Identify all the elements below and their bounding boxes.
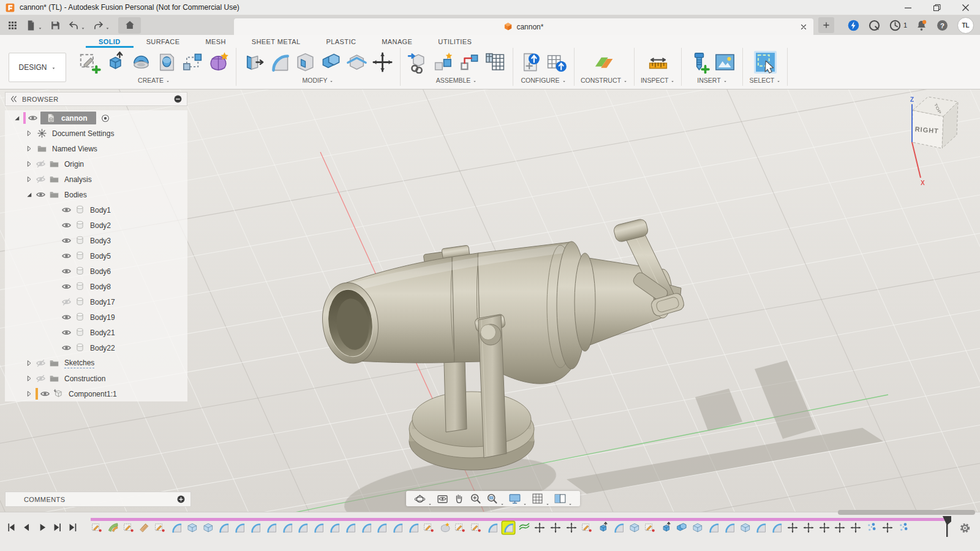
timeline-feature-zigzag[interactable] [518, 522, 530, 534]
hole-button[interactable] [156, 51, 178, 74]
timeline-feature-fillet[interactable] [249, 522, 262, 534]
create-sketch-button[interactable] [78, 51, 101, 74]
chevron-down-icon[interactable] [500, 498, 505, 503]
timeline-feature-fillet[interactable] [391, 522, 404, 534]
timeline-feature-box[interactable] [186, 522, 198, 534]
browser-row-body17[interactable]: Body17 [5, 294, 187, 310]
group-label-create[interactable]: CREATE [138, 77, 170, 86]
timeline-feature-fillet[interactable] [170, 522, 183, 534]
go-to-start-button[interactable] [6, 522, 17, 533]
timeline-feature-extrude[interactable] [660, 522, 673, 534]
timeline-feature-fillet[interactable] [281, 522, 293, 534]
collapsed-triangle-icon[interactable] [24, 389, 34, 398]
visibility-eye-off-icon[interactable] [36, 174, 46, 184]
timeline-feature-fillet[interactable] [407, 522, 420, 534]
visibility-eye-icon[interactable] [61, 251, 72, 261]
timeline-feature-sketch[interactable] [454, 522, 467, 534]
avatar[interactable]: TL [957, 17, 974, 34]
timeline-feature-loft[interactable] [107, 522, 119, 534]
extrude-button[interactable] [104, 51, 127, 74]
home-button[interactable] [118, 17, 141, 34]
tab-plastic[interactable]: PLASTIC [314, 38, 369, 48]
timeline-feature-fillet[interactable] [723, 522, 736, 534]
timeline-feature-sketch[interactable] [154, 522, 167, 534]
browser-row-body21[interactable]: Body21 [5, 325, 187, 340]
pan-icon[interactable] [453, 492, 466, 505]
create-form-button[interactable] [207, 51, 230, 74]
timeline-feature-fillet[interactable] [612, 522, 625, 534]
chevron-down-icon[interactable] [545, 498, 550, 503]
timeline-feature-extrude[interactable] [597, 522, 609, 534]
browser-row-document-settings[interactable]: Document Settings [5, 126, 187, 141]
viewports-icon[interactable] [554, 492, 567, 505]
timeline-feature-move[interactable] [533, 522, 546, 534]
timeline-feature-sketch[interactable] [91, 522, 104, 534]
job-status-icon[interactable] [889, 19, 902, 32]
expand-comments-icon[interactable] [176, 495, 186, 504]
visibility-eye-off-icon[interactable] [36, 358, 46, 368]
collapsed-triangle-icon[interactable] [24, 144, 34, 153]
zoom-icon[interactable] [469, 492, 482, 505]
group-label-configure[interactable]: CONFIGURE [521, 77, 567, 86]
insert-fastener-button[interactable] [688, 51, 710, 74]
timeline-feature-box[interactable] [202, 522, 214, 534]
expanded-triangle-icon[interactable] [12, 113, 21, 123]
collapse-panel-icon[interactable] [9, 94, 18, 104]
step-back-button[interactable] [21, 522, 32, 533]
minimize-browser-icon[interactable] [173, 94, 183, 104]
timeline-feature-fillet[interactable] [217, 522, 230, 534]
visibility-eye-icon[interactable] [61, 312, 72, 322]
insert-canvas-button[interactable] [714, 51, 736, 74]
group-label-assemble[interactable]: ASSEMBLE [436, 77, 478, 86]
chevron-down-icon[interactable] [105, 23, 110, 28]
as-built-joint-button[interactable] [458, 51, 481, 74]
timeline-feature-sketch[interactable] [644, 522, 657, 534]
measure-button[interactable] [647, 51, 669, 74]
chevron-down-icon[interactable] [80, 23, 86, 28]
browser-row-body6[interactable]: Body6 [5, 264, 187, 279]
browser-row-body1[interactable]: Body1 [5, 202, 187, 218]
browser-row-bodies[interactable]: Bodies [5, 187, 187, 202]
extensions-icon[interactable] [847, 19, 860, 32]
timeline-feature-move[interactable] [565, 522, 578, 534]
timeline-feature-fillet[interactable] [312, 522, 325, 534]
visibility-eye-icon[interactable] [61, 281, 72, 292]
shell-button[interactable] [294, 51, 317, 74]
minimize-button[interactable] [894, 0, 922, 15]
timeline-feature-pattern[interactable] [865, 522, 878, 534]
collapsed-triangle-icon[interactable] [24, 374, 34, 383]
visibility-eye-off-icon[interactable] [61, 297, 72, 307]
redo-icon[interactable] [92, 20, 104, 31]
select-button[interactable] [754, 51, 777, 74]
timeline-feature-sketch[interactable] [423, 522, 435, 534]
browser-row-named-views[interactable]: Named Views [5, 141, 187, 156]
timeline-feature-fillet[interactable] [771, 522, 783, 534]
timeline-settings-gear-icon[interactable] [959, 522, 971, 534]
browser-row-sketches[interactable]: Sketches [5, 355, 187, 371]
chevron-down-icon[interactable] [37, 23, 43, 28]
timeline-feature-form[interactable] [439, 522, 451, 534]
look-at-icon[interactable] [436, 492, 449, 505]
timeline-feature-fillet[interactable] [375, 522, 388, 534]
document-tab[interactable]: cannon* [234, 18, 813, 35]
tab-mesh[interactable]: MESH [192, 38, 238, 48]
timeline-position-marker[interactable] [941, 515, 952, 540]
fit-icon[interactable] [486, 492, 499, 505]
go-to-end-button[interactable] [67, 522, 78, 533]
configuration-table-button[interactable] [545, 51, 568, 74]
visibility-eye-icon[interactable] [61, 343, 72, 353]
timeline-feature-move[interactable] [802, 522, 815, 534]
timeline-feature-fillet[interactable] [486, 522, 499, 534]
timeline-feature-move[interactable] [549, 522, 562, 534]
group-label-insert[interactable]: INSERT [697, 77, 727, 86]
close-tab-icon[interactable] [799, 23, 808, 31]
app-grid-icon[interactable] [7, 20, 18, 31]
browser-row-body19[interactable]: Body19 [5, 310, 187, 325]
timeline-feature-fillet[interactable] [502, 522, 514, 534]
rectangular-pattern-button[interactable] [181, 51, 204, 74]
tab-surface[interactable]: SURFACE [134, 38, 193, 48]
collapsed-triangle-icon[interactable] [24, 175, 34, 184]
timeline-feature-fillet[interactable] [755, 522, 767, 534]
motion-study-button[interactable] [484, 51, 507, 74]
timeline-feature-sketch[interactable] [470, 522, 483, 534]
